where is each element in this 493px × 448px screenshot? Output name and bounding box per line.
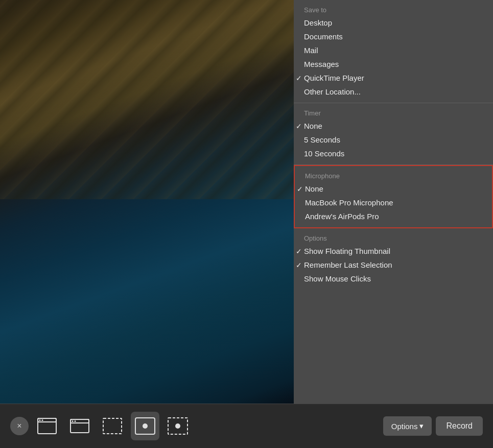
capture-window-button[interactable]	[33, 412, 61, 440]
menu-item-label: None	[305, 184, 323, 193]
svg-rect-9	[103, 418, 122, 434]
menu-item-label: Remember Last Selection	[304, 261, 392, 269]
menu-item-messages[interactable]: Messages	[294, 57, 493, 71]
checkmark-icon: ✓	[296, 74, 302, 82]
capture-selection-icon	[102, 417, 123, 435]
svg-point-6	[72, 420, 74, 422]
options-label: Options	[391, 422, 418, 431]
menu-item-timer-none[interactable]: ✓ None	[294, 119, 493, 133]
checkmark-icon: ✓	[296, 122, 302, 130]
menu-item-label: Show Mouse Clicks	[304, 274, 371, 283]
timer-section: Timer ✓ None 5 Seconds 10 Seconds	[294, 103, 493, 165]
menu-item-mic-none[interactable]: ✓ None	[295, 182, 492, 196]
svg-point-13	[175, 423, 180, 429]
svg-point-11	[143, 423, 148, 429]
svg-point-7	[75, 420, 76, 422]
menu-item-10-seconds[interactable]: 10 Seconds	[294, 147, 493, 160]
capture-window-alt-icon	[69, 417, 90, 435]
save-to-section: Save to Desktop Documents Mail Messages …	[294, 0, 493, 103]
menu-item-mail[interactable]: Mail	[294, 43, 493, 57]
close-icon: ×	[17, 421, 21, 431]
menu-item-label: Other Location...	[304, 87, 361, 96]
menu-item-label: 10 Seconds	[304, 149, 344, 158]
svg-point-2	[39, 419, 41, 421]
menu-item-other-location[interactable]: Other Location...	[294, 85, 493, 99]
menu-item-floating-thumbnail[interactable]: ✓ Show Floating Thumbnail	[294, 244, 493, 258]
record-selection-icon	[167, 417, 189, 435]
record-selection-button[interactable]	[163, 412, 192, 440]
record-button[interactable]: Record	[436, 416, 483, 436]
menu-item-label: MacBook Pro Microphone	[305, 198, 393, 207]
chevron-down-icon: ▾	[419, 421, 424, 431]
menu-item-desktop[interactable]: Desktop	[294, 16, 493, 30]
rock-texture-overlay	[0, 0, 296, 199]
display-options-section: Options ✓ Show Floating Thumbnail ✓ Reme…	[294, 228, 493, 290]
menu-item-label: Show Floating Thumbnail	[304, 247, 390, 255]
menu-item-label: 5 Seconds	[304, 135, 340, 144]
capture-window-alt-button[interactable]	[65, 412, 94, 440]
record-label: Record	[446, 421, 473, 430]
menu-item-documents[interactable]: Documents	[294, 30, 493, 43]
svg-rect-0	[38, 418, 56, 434]
menu-item-macbook-mic[interactable]: MacBook Pro Microphone	[295, 196, 492, 209]
checkmark-icon: ✓	[296, 247, 302, 255]
menu-item-5-seconds[interactable]: 5 Seconds	[294, 133, 493, 147]
svg-point-3	[42, 419, 43, 421]
menu-item-label: Documents	[304, 32, 343, 41]
save-to-header: Save to	[294, 4, 493, 16]
microphone-header: Microphone	[295, 170, 492, 182]
capture-window-icon	[36, 417, 58, 435]
menu-item-label: Andrew's AirPods Pro	[305, 212, 379, 221]
checkmark-icon: ✓	[297, 185, 303, 193]
record-screen-button[interactable]	[131, 412, 159, 440]
close-button[interactable]: ×	[10, 417, 29, 435]
record-screen-icon	[134, 417, 156, 435]
menu-item-airpods-pro[interactable]: Andrew's AirPods Pro	[295, 209, 492, 223]
menu-item-remember-selection[interactable]: ✓ Remember Last Selection	[294, 258, 493, 272]
menu-item-label: None	[304, 122, 322, 130]
menu-item-label: QuickTime Player	[304, 74, 364, 82]
timer-header: Timer	[294, 107, 493, 119]
microphone-section: Microphone ✓ None MacBook Pro Microphone…	[294, 165, 493, 228]
checkmark-icon: ✓	[296, 261, 302, 269]
background-photo	[0, 0, 296, 404]
menu-item-show-mouse-clicks[interactable]: Show Mouse Clicks	[294, 272, 493, 286]
capture-selection-button[interactable]	[98, 412, 127, 440]
menu-item-quicktime[interactable]: ✓ QuickTime Player	[294, 71, 493, 85]
dropdown-menu: Save to Desktop Documents Mail Messages …	[294, 0, 493, 404]
menu-item-label: Mail	[304, 46, 318, 55]
screenshot-toolbar: ×	[0, 404, 493, 448]
menu-item-label: Desktop	[304, 18, 332, 27]
options-button[interactable]: Options ▾	[383, 416, 432, 436]
display-options-header: Options	[294, 232, 493, 244]
menu-item-label: Messages	[304, 60, 339, 68]
